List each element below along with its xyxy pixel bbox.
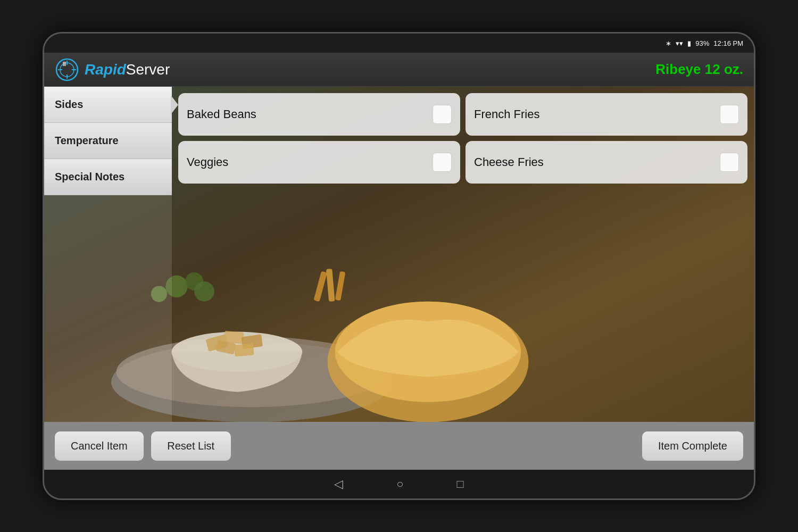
reset-list-button[interactable]: Reset List [151,431,231,461]
sidebar-temperature-label: Temperature [55,135,119,146]
option-checkbox-cheese-fries[interactable] [720,153,739,172]
logo-icon [55,57,79,82]
option-checkbox-baked-beans[interactable] [433,105,452,124]
bluetooth-icon: ∗ [666,39,671,47]
option-card-veggies[interactable]: Veggies [178,141,460,184]
option-card-french-fries[interactable]: French Fries [466,93,747,136]
back-nav-icon[interactable]: ◁ [334,477,343,491]
logo-server: Server [126,61,170,78]
option-checkbox-french-fries[interactable] [720,105,739,124]
main-content: Sides Temperature Special Notes Baked Be… [44,87,754,422]
app-header: RapidServer Ribeye 12 oz. [44,53,754,87]
home-nav-icon[interactable]: ○ [396,477,403,491]
option-label-cheese-fries: Cheese Fries [474,155,544,169]
recent-nav-icon[interactable]: □ [457,477,464,491]
nav-bar: ◁ ○ □ [44,470,754,498]
option-card-baked-beans[interactable]: Baked Beans [178,93,460,136]
logo-text: RapidServer [85,61,170,78]
status-bar: ∗ ▾▾ ▮ 93% 12:16 PM [44,34,754,53]
sidebar-special-notes-label: Special Notes [55,171,124,182]
tablet-frame: ∗ ▾▾ ▮ 93% 12:16 PM RapidServer [43,32,755,500]
cancel-item-button[interactable]: Cancel Item [55,431,144,461]
logo-area: RapidServer [55,57,170,82]
option-checkbox-veggies[interactable] [433,153,452,172]
sidebar-item-temperature[interactable]: Temperature [44,123,172,159]
sidebar: Sides Temperature Special Notes [44,87,172,422]
sidebar-sides-label: Sides [55,98,83,110]
battery-icon: ▮ [687,39,691,47]
status-time: 12:16 PM [713,39,743,47]
sidebar-item-sides[interactable]: Sides [44,87,172,123]
option-label-veggies: Veggies [187,155,228,169]
wifi-icon: ▾▾ [676,39,683,47]
item-complete-button[interactable]: Item Complete [642,431,743,461]
order-title: Ribeye 12 oz. [655,61,743,78]
option-label-baked-beans: Baked Beans [187,107,256,121]
option-label-french-fries: French Fries [474,107,539,121]
options-area: Baked Beans French Fries Veggies Cheese … [172,87,754,422]
battery-percent: 93% [695,39,709,47]
logo-rapid: Rapid [85,61,126,78]
option-card-cheese-fries[interactable]: Cheese Fries [466,141,747,184]
sidebar-item-special-notes[interactable]: Special Notes [44,159,172,195]
bottom-bar: Cancel Item Reset List Item Complete [44,422,754,470]
